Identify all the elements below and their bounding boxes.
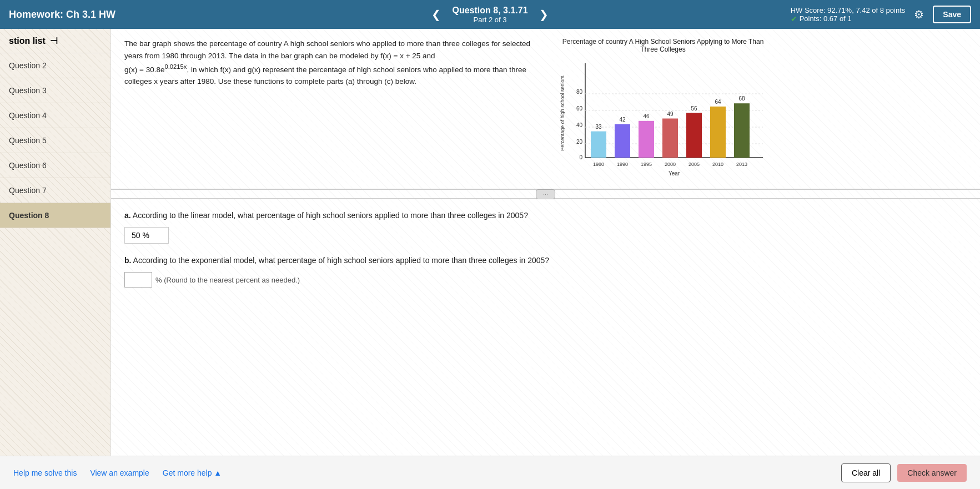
question-b-text: According to the exponential model, what… [133, 256, 550, 265]
question-a-text: According to the linear model, what perc… [133, 211, 528, 220]
points-check-icon: ✔ [791, 14, 797, 23]
answer-b-input[interactable] [124, 272, 152, 288]
collapse-icon[interactable]: ⊣ [50, 36, 58, 46]
svg-text:0: 0 [579, 154, 582, 160]
bar-chart-svg: 0 20 40 60 80 33 1980 [557, 58, 768, 180]
header: Homework: Ch 3.1 HW ❮ Question 8, 3.1.71… [0, 0, 980, 29]
get-more-help-link[interactable]: Get more help ▲ [163, 468, 222, 477]
svg-text:49: 49 [667, 111, 674, 117]
footer-left: Help me solve this View an example Get m… [13, 468, 222, 477]
svg-text:Percentage of high school seni: Percentage of high school seniors [560, 75, 565, 151]
score-info: HW Score: 92.71%, 7.42 of 8 points ✔ Poi… [791, 6, 906, 23]
svg-text:1990: 1990 [617, 162, 628, 167]
divider: ··· [111, 190, 980, 199]
bar-1995 [639, 121, 654, 158]
sidebar-item-question4[interactable]: Question 4 [0, 103, 110, 128]
question-title: Question 8, 3.1.71 [452, 6, 527, 16]
svg-text:68: 68 [738, 95, 745, 102]
clear-all-button[interactable]: Clear all [841, 463, 891, 482]
answer-b-wrapper: % (Round to the nearest percent as neede… [124, 272, 967, 288]
svg-text:80: 80 [576, 89, 583, 95]
header-right: HW Score: 92.71%, 7.42 of 8 points ✔ Poi… [791, 6, 971, 23]
question-a-label: a. According to the linear model, what p… [124, 210, 967, 221]
save-button[interactable]: Save [933, 6, 971, 23]
svg-text:2013: 2013 [736, 162, 747, 167]
question-info: Question 8, 3.1.71 Part 2 of 3 [452, 6, 527, 24]
prev-question-button[interactable]: ❮ [427, 6, 445, 23]
sidebar-item-question6[interactable]: Question 6 [0, 153, 110, 178]
sidebar-title: stion list [9, 36, 46, 46]
question-part: Part 2 of 3 [452, 16, 527, 24]
svg-text:2010: 2010 [712, 162, 723, 167]
question-part-a: a. According to the linear model, what p… [124, 210, 967, 244]
bar-chart: 0 20 40 60 80 33 1980 [557, 58, 768, 180]
bar-1980 [591, 132, 606, 158]
main-layout: stion list ⊣ Question 2 Question 3 Quest… [0, 29, 980, 456]
bar-2000 [662, 119, 678, 158]
header-center: ❮ Question 8, 3.1.71 Part 2 of 3 ❯ [427, 6, 552, 24]
problem-text-line1: The bar graph shows the percentage of co… [124, 38, 546, 62]
bar-1990 [615, 124, 630, 158]
question-a-answer: 50 % [124, 227, 169, 244]
svg-text:40: 40 [576, 122, 583, 128]
chart-title: Percentage of country A High School Seni… [557, 38, 768, 53]
svg-text:46: 46 [643, 113, 650, 119]
sidebar-item-question5[interactable]: Question 5 [0, 128, 110, 153]
answer-b-hint: % (Round to the nearest percent as neede… [155, 276, 300, 284]
footer-bar: Help me solve this View an example Get m… [0, 456, 980, 489]
bar-2010 [710, 107, 726, 158]
problem-text-line2: g(x) = 30.8e0.0215x, in which f(x) and g… [124, 62, 546, 88]
svg-text:1995: 1995 [641, 162, 652, 167]
svg-text:2005: 2005 [688, 162, 700, 167]
question-part-b: b. According to the exponential model, w… [124, 255, 967, 288]
check-answer-button[interactable]: Check answer [897, 464, 967, 482]
sidebar-header: stion list ⊣ [0, 29, 110, 53]
svg-text:33: 33 [595, 124, 602, 130]
svg-text:2000: 2000 [665, 162, 676, 167]
content-area: The bar graph shows the percentage of co… [111, 29, 980, 456]
svg-text:20: 20 [576, 139, 583, 145]
settings-icon[interactable]: ⚙ [914, 8, 924, 21]
points-score: ✔ Points: 0.67 of 1 [791, 14, 906, 23]
sidebar-item-question3[interactable]: Question 3 [0, 78, 110, 103]
svg-text:64: 64 [715, 99, 721, 105]
sidebar-item-question8[interactable]: Question 8 [0, 203, 110, 228]
hw-score: HW Score: 92.71%, 7.42 of 8 points [791, 6, 906, 14]
homework-title: Homework: Ch 3.1 HW [9, 9, 120, 21]
questions-section: a. According to the linear model, what p… [111, 199, 980, 310]
svg-text:56: 56 [691, 105, 697, 112]
bar-2005 [686, 113, 702, 158]
svg-text:42: 42 [619, 117, 626, 123]
footer-right: Clear all Check answer [841, 463, 967, 482]
problem-text: The bar graph shows the percentage of co… [124, 38, 546, 180]
sidebar-item-question2[interactable]: Question 2 [0, 53, 110, 78]
bar-2013 [734, 103, 750, 158]
sidebar-item-question7[interactable]: Question 7 [0, 178, 110, 203]
question-b-label: b. According to the exponential model, w… [124, 255, 967, 266]
view-example-link[interactable]: View an example [90, 468, 149, 477]
svg-text:Year: Year [669, 170, 680, 177]
svg-text:60: 60 [576, 105, 583, 112]
next-question-button[interactable]: ❯ [535, 6, 553, 23]
chart-area: Percentage of country A High School Seni… [546, 38, 768, 180]
sidebar: stion list ⊣ Question 2 Question 3 Quest… [0, 29, 111, 456]
problem-section: The bar graph shows the percentage of co… [111, 29, 980, 190]
divider-handle[interactable]: ··· [536, 189, 555, 199]
help-solve-link[interactable]: Help me solve this [13, 468, 77, 477]
svg-text:1980: 1980 [593, 162, 604, 167]
